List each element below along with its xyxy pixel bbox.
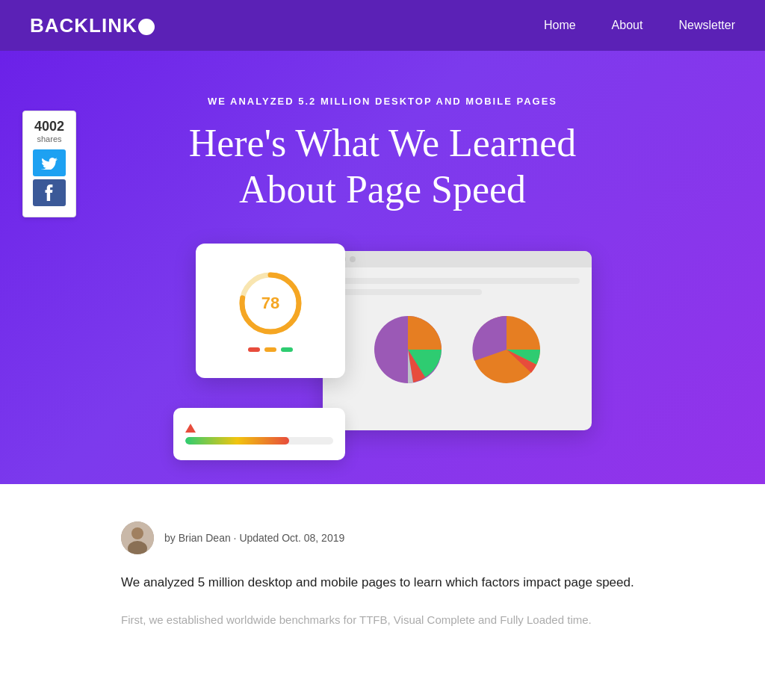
article-content: by Brian Dean · Updated Oct. 08, 2019 We… — [106, 484, 659, 659]
window-dot-3 — [350, 256, 356, 262]
author-meta: by Brian Dean · Updated Oct. 08, 2019 — [164, 532, 344, 544]
browser-panel — [323, 251, 592, 430]
indicator-orange — [264, 347, 276, 352]
browser-header — [323, 251, 592, 267]
pie-chart-2 — [465, 309, 548, 391]
speed-score-card: 78 — [196, 244, 345, 378]
progress-label-row — [185, 424, 333, 433]
logo-circle — [138, 19, 155, 35]
share-count: 4002 — [29, 119, 69, 134]
browser-body — [323, 267, 592, 401]
hero-section: 4002 shares WE ANALYZED 5.2 MILLION DESK… — [0, 51, 765, 484]
nav-about[interactable]: About — [612, 19, 643, 31]
share-label: shares — [29, 134, 69, 143]
progress-bar-fill — [185, 437, 289, 445]
speed-ring: 78 — [237, 270, 304, 337]
content-line-2 — [335, 289, 482, 295]
svg-point-5 — [131, 527, 143, 539]
author-avatar — [121, 521, 154, 554]
indicator-green — [281, 347, 293, 352]
indicator-row — [248, 347, 293, 352]
faded-paragraph: First, we established worldwide benchmar… — [121, 610, 644, 630]
navbar: BACKLINK Home About Newsletter — [0, 0, 765, 51]
nav-home[interactable]: Home — [544, 19, 576, 31]
progress-bar-card — [173, 408, 345, 460]
hero-subtitle: WE ANALYZED 5.2 MILLION DESKTOP AND MOBI… — [0, 96, 765, 107]
author-row: by Brian Dean · Updated Oct. 08, 2019 — [121, 521, 644, 554]
dashboard-illustration: 78 — [173, 244, 592, 460]
indicator-red — [248, 347, 260, 352]
content-line-1 — [335, 278, 580, 284]
facebook-share-button[interactable] — [33, 179, 66, 206]
nav-newsletter[interactable]: Newsletter — [678, 19, 735, 31]
hero-title: Here's What We Learned About Page Speed — [151, 120, 614, 214]
site-logo[interactable]: BACKLINK — [30, 14, 155, 37]
pie-charts-row — [335, 309, 580, 391]
share-box: 4002 shares — [22, 111, 76, 217]
intro-paragraph: We analyzed 5 million desktop and mobile… — [121, 572, 644, 594]
avatar-svg — [121, 521, 154, 554]
pie-chart-1 — [367, 309, 449, 391]
progress-bar-track — [185, 437, 333, 445]
speed-number: 78 — [261, 294, 279, 313]
nav-menu: Home About Newsletter — [544, 19, 735, 32]
twitter-share-button[interactable] — [33, 149, 66, 176]
warning-triangle-icon — [185, 424, 196, 433]
